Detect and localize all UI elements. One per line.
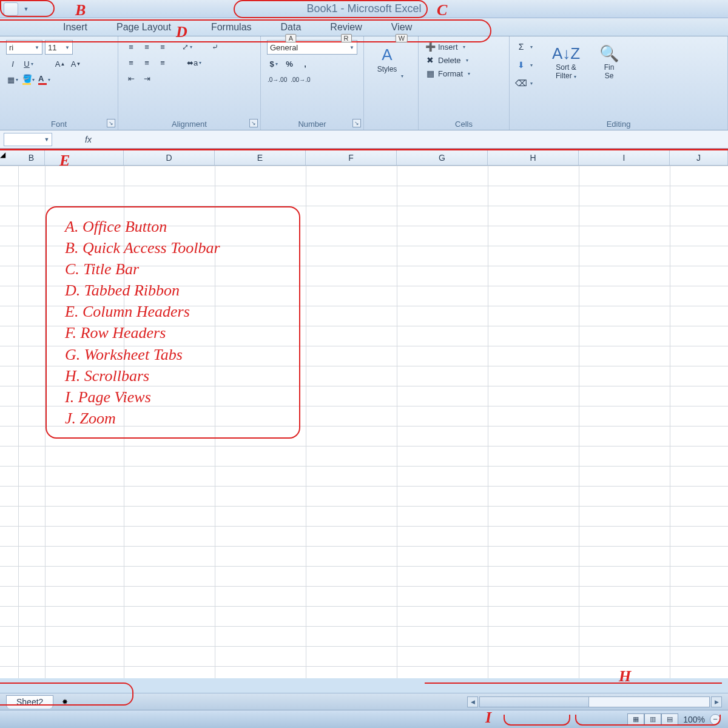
dialog-launcher-icon[interactable]: ↘ — [249, 119, 258, 127]
underline-button[interactable]: U▾ — [22, 57, 35, 70]
horizontal-scrollbar[interactable]: ◀ ▶ — [467, 696, 728, 707]
fill-down-icon: ⬇ — [516, 59, 527, 70]
autosum-button[interactable]: Σ▾ — [516, 40, 533, 53]
dialog-launcher-icon[interactable]: ↘ — [352, 119, 361, 127]
fill-color-button[interactable]: 🪣▾ — [22, 73, 35, 86]
annotation-circle-d — [0, 19, 491, 42]
label: Insert — [438, 42, 458, 52]
delete-icon: ✖ — [425, 55, 436, 66]
group-editing: Σ▾ ⬇▾ ⌫▾ A↓Z Sort & Filter ▾ 🔍 Fin Se Ed… — [510, 36, 728, 130]
decrease-indent-button[interactable]: ⇤ — [124, 72, 138, 85]
col-header[interactable]: I — [579, 150, 670, 165]
find-select-button[interactable]: 🔍 Fin Se — [591, 40, 627, 84]
annotation-letter-d: D — [176, 23, 187, 41]
currency-button[interactable]: $▾ — [267, 57, 280, 70]
group-font: ri▼ 11▼ I U▾ A▲ A▼ ▦▾ 🪣▾ A▾ Font ↘ — [0, 36, 118, 130]
key-tip: R — [341, 34, 352, 42]
group-label: Editing — [516, 118, 721, 129]
label: Filter — [556, 72, 572, 80]
percent-button[interactable]: % — [283, 57, 296, 70]
number-format-value: General — [270, 43, 298, 52]
annotation-bracket-i — [504, 715, 570, 726]
align-center-button[interactable]: ≡ — [140, 56, 153, 69]
col-header[interactable]: F — [306, 150, 397, 165]
font-size-value: 11 — [48, 43, 56, 52]
col-header[interactable]: H — [488, 150, 579, 165]
grow-font-button[interactable]: A▲ — [53, 57, 67, 70]
label: Fin — [604, 63, 615, 72]
border-button[interactable]: ▦▾ — [6, 73, 19, 86]
sigma-icon: Σ — [516, 41, 527, 52]
annotation-letter-b: B — [75, 1, 86, 19]
shrink-font-button[interactable]: A▼ — [69, 57, 83, 70]
chevron-down-icon: ▼ — [42, 136, 52, 143]
group-label: Font — [6, 118, 112, 129]
group-number: General▼ $▾ % , .0→.00 .00→.0 Number ↘ — [261, 36, 364, 130]
label: Delete — [438, 56, 461, 65]
group-label: Cells — [425, 118, 503, 129]
align-right-button[interactable]: ≡ — [156, 56, 169, 69]
group-label: Number — [267, 118, 357, 129]
annotation-letter-c: C — [437, 1, 447, 19]
italic-button[interactable]: I — [6, 57, 19, 70]
sort-filter-button[interactable]: A↓Z Sort & Filter ▾ — [544, 40, 588, 84]
annotation-line-h — [425, 682, 722, 684]
fill-button[interactable]: ⬇▾ — [516, 58, 533, 72]
label: Sort & — [556, 63, 576, 72]
label: Format — [438, 69, 463, 78]
font-name-value: ri — [9, 43, 13, 52]
annotation-circle-g — [0, 682, 133, 706]
annotation-legend: A. Office ButtonB. Quick Access ToolbarC… — [46, 206, 300, 439]
label: Se — [605, 72, 614, 80]
eraser-icon: ⌫ — [516, 78, 527, 89]
dialog-launcher-icon[interactable]: ↘ — [107, 119, 115, 127]
comma-button[interactable]: , — [298, 57, 312, 70]
scroll-thumb[interactable] — [480, 697, 589, 707]
font-color-button[interactable]: A▾ — [38, 73, 51, 86]
ribbon: ri▼ 11▼ I U▾ A▲ A▼ ▦▾ 🪣▾ A▾ Font ↘ ≡ ≡ — [0, 36, 728, 130]
group-label: Alignment — [124, 118, 254, 129]
formula-bar: ▼ fx — [0, 130, 728, 149]
group-styles: A Styles ▾ — [364, 36, 419, 130]
styles-icon: A — [377, 46, 397, 65]
format-cells-button[interactable]: ▦Format▾ — [425, 67, 503, 80]
column-headers: ◢ B D E F G H I J — [0, 149, 728, 166]
annotation-circle-c — [234, 0, 428, 18]
scroll-track[interactable] — [479, 696, 710, 707]
name-box[interactable]: ▼ — [4, 133, 52, 146]
annotation-circle-a — [0, 0, 55, 17]
styles-button[interactable]: A Styles ▾ — [370, 40, 404, 84]
key-tip: W — [396, 34, 408, 42]
annotation-bracket-j — [575, 715, 721, 726]
scroll-left-icon[interactable]: ◀ — [467, 696, 478, 707]
align-left-button[interactable]: ≡ — [124, 56, 138, 69]
format-icon: ▦ — [425, 68, 436, 79]
annotation-letter-e: E — [59, 152, 70, 170]
col-header[interactable]: E — [215, 150, 306, 165]
insert-icon: ➕ — [425, 41, 436, 52]
scroll-right-icon[interactable]: ▶ — [711, 696, 722, 707]
increase-decimal-button[interactable]: .0→.00 — [267, 73, 288, 86]
merge-center-button[interactable]: ⬌a▾ — [180, 56, 208, 69]
delete-cells-button[interactable]: ✖Delete▾ — [425, 53, 503, 67]
col-header[interactable]: B — [18, 150, 45, 165]
col-header[interactable]: G — [397, 150, 488, 165]
key-tip: A — [286, 34, 296, 42]
group-cells: ➕Insert▾ ✖Delete▾ ▦Format▾ Cells — [419, 36, 510, 130]
group-alignment: ≡ ≡ ≡ ⤢▾ ⤶ ≡ ≡ ≡ ⬌a▾ ⇤ ⇥ Alignment ↘ — [118, 36, 261, 130]
styles-label: Styles — [377, 65, 397, 73]
select-all-corner[interactable]: ◢ — [0, 150, 18, 165]
annotation-letter-i: I — [485, 709, 491, 727]
col-header[interactable]: D — [124, 150, 215, 165]
decrease-decimal-button[interactable]: .00→.0 — [290, 73, 311, 86]
col-header[interactable]: J — [670, 150, 728, 165]
sort-icon: A↓Z — [556, 44, 576, 63]
clear-button[interactable]: ⌫▾ — [516, 76, 533, 90]
col-header[interactable] — [45, 150, 124, 165]
increase-indent-button[interactable]: ⇥ — [140, 72, 153, 85]
find-icon: 🔍 — [599, 44, 619, 63]
fx-label[interactable]: fx — [85, 135, 92, 144]
